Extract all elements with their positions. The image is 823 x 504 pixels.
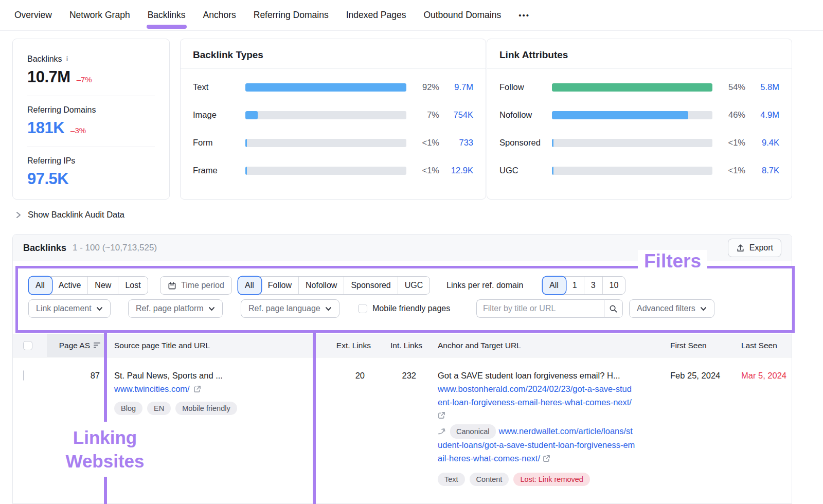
bar-value-link[interactable]: 12.9K xyxy=(439,166,473,175)
more-tabs-icon[interactable]: ••• xyxy=(518,11,530,20)
bar-value-link[interactable]: 5.8M xyxy=(745,82,779,92)
referring-domains-stat-value[interactable]: 181K xyxy=(27,119,64,137)
chevron-right-icon xyxy=(15,211,22,219)
target-url-link[interactable]: www.bostonherald.com/2024/02/23/got-a-sa… xyxy=(438,384,632,407)
page-as-cell: 87 xyxy=(47,357,106,381)
bar-value-link[interactable]: 733 xyxy=(439,138,473,148)
ref-page-platform-dropdown[interactable]: Ref. page platform xyxy=(128,299,223,318)
bar-label: Text xyxy=(193,82,245,92)
backlinks-stat-label: Backlinks xyxy=(27,55,62,64)
tab-referring-domains[interactable]: Referring Domains xyxy=(254,10,329,21)
anchor-target-cell: Got a SAVE student loan forgiveness emai… xyxy=(422,357,649,486)
status-filter-all[interactable]: All xyxy=(29,277,52,294)
search-icon xyxy=(609,304,618,313)
advanced-filters-dropdown[interactable]: Advanced filters xyxy=(629,299,714,318)
show-backlink-audit-data-expander[interactable]: Show Backlink Audit Data xyxy=(15,210,124,220)
bar-percent: <1% xyxy=(712,138,745,148)
bar-value-link[interactable]: 9.7M xyxy=(439,82,473,92)
bar-percent: <1% xyxy=(406,166,439,175)
table-row: 87 St. Paul News, Sports and ... www.twi… xyxy=(13,357,792,504)
backlinks-stat-value: 10.7M xyxy=(27,68,70,86)
ext-links-cell: 20 xyxy=(315,357,371,381)
ref-page-language-dropdown[interactable]: Ref. page language xyxy=(241,299,339,318)
mobile-friendly-checkbox[interactable] xyxy=(358,304,367,313)
links-per-domain-segmented: All 1 3 10 xyxy=(542,276,625,295)
bar-row-text: Text 92% 9.7M xyxy=(193,82,473,92)
bar-value-link[interactable]: 8.7K xyxy=(745,166,779,175)
export-label: Export xyxy=(749,243,773,253)
column-label: Anchor and Target URL xyxy=(438,341,521,350)
bar-label: Frame xyxy=(193,166,245,175)
column-header-anchor[interactable]: Anchor and Target URL xyxy=(422,334,649,357)
link-placement-dropdown[interactable]: Link placement xyxy=(28,299,111,318)
status-filter-active[interactable]: Active xyxy=(52,277,88,294)
audit-expander-label: Show Backlink Audit Data xyxy=(28,210,124,220)
bar-value-link[interactable]: 754K xyxy=(439,110,473,120)
source-tag: Mobile friendly xyxy=(175,402,237,415)
bar-row-follow: Follow 54% 5.8M xyxy=(499,82,779,92)
tab-network-graph[interactable]: Network Graph xyxy=(69,10,130,21)
select-all-cell xyxy=(13,334,47,357)
follow-filter-follow[interactable]: Follow xyxy=(261,277,299,294)
source-page-url-link[interactable]: www.twincities.com/ xyxy=(114,384,190,394)
chevron-down-icon xyxy=(325,307,332,311)
follow-filter-all[interactable]: All xyxy=(238,277,261,294)
source-page-title: St. Paul News, Sports and ... xyxy=(114,371,308,381)
select-all-checkbox[interactable] xyxy=(23,341,32,350)
link-tag: Text xyxy=(438,473,465,486)
column-header-last-seen[interactable]: Last Seen xyxy=(721,334,792,357)
bar-row-sponsored: Sponsored <1% 9.4K xyxy=(499,138,779,148)
external-link-icon[interactable] xyxy=(193,385,201,393)
links-per-domain-all[interactable]: All xyxy=(543,277,566,294)
status-filter-lost[interactable]: Lost xyxy=(118,277,147,294)
referring-domains-stat-change: –3% xyxy=(70,126,86,135)
status-filter-segmented: All Active New Lost xyxy=(28,276,148,295)
summary-stats-card: Backlinks i 10.7M –7% Referring Domains … xyxy=(12,39,170,200)
search-button[interactable] xyxy=(604,299,623,318)
follow-filter-ugc[interactable]: UGC xyxy=(398,277,430,294)
column-header-source[interactable]: Source page Title and URL xyxy=(106,334,315,357)
tab-overview[interactable]: Overview xyxy=(14,10,52,21)
ref-page-language-label: Ref. page language xyxy=(248,304,320,313)
bar-label: Sponsored xyxy=(499,138,552,148)
follow-filter-nofollow[interactable]: Nofollow xyxy=(299,277,344,294)
column-header-ext-links[interactable]: Ext. Links xyxy=(315,334,371,357)
bar-track xyxy=(552,83,712,92)
bar-value-link[interactable]: 9.4K xyxy=(745,138,779,148)
row-checkbox[interactable] xyxy=(23,370,24,381)
links-per-domain-1[interactable]: 1 xyxy=(566,277,584,294)
column-header-first-seen[interactable]: First Seen xyxy=(649,334,721,357)
status-filter-new[interactable]: New xyxy=(88,277,118,294)
export-button[interactable]: Export xyxy=(728,239,781,257)
follow-filter-sponsored[interactable]: Sponsored xyxy=(344,277,398,294)
title-url-filter-input[interactable] xyxy=(476,299,604,318)
bar-row-nofollow: Nofollow 46% 4.9M xyxy=(499,110,779,120)
links-per-domain-3[interactable]: 3 xyxy=(584,277,603,294)
chevron-down-icon xyxy=(700,307,707,311)
bar-fill xyxy=(552,167,553,175)
column-header-page-as[interactable]: Page AS xyxy=(47,334,106,357)
bar-track xyxy=(245,167,406,175)
tab-outbound-domains[interactable]: Outbound Domains xyxy=(423,10,501,21)
referring-ips-stat-label: Referring IPs xyxy=(27,156,75,166)
tab-backlinks[interactable]: Backlinks xyxy=(148,10,186,21)
tab-indexed-pages[interactable]: Indexed Pages xyxy=(346,10,406,21)
bar-value-link[interactable]: 4.9M xyxy=(745,110,779,120)
time-period-button[interactable]: Time period xyxy=(160,276,232,295)
backlink-types-panel: Backlink Types Text 92% 9.7M Image 7% 75… xyxy=(180,39,486,200)
calendar-icon xyxy=(168,281,176,290)
column-label: Source page Title and URL xyxy=(114,341,210,350)
link-placement-label: Link placement xyxy=(36,304,92,313)
tab-anchors[interactable]: Anchors xyxy=(203,10,236,21)
table-section-header: Backlinks 1 - 100 (~10,713,525) Export xyxy=(13,235,792,261)
external-link-icon[interactable] xyxy=(438,411,445,419)
links-per-domain-10[interactable]: 10 xyxy=(603,277,625,294)
int-links-cell: 232 xyxy=(371,357,422,381)
backlink-types-title: Backlink Types xyxy=(181,39,486,69)
bar-fill xyxy=(245,139,247,147)
external-link-icon[interactable] xyxy=(543,455,550,462)
info-icon[interactable]: i xyxy=(66,55,68,63)
chevron-down-icon xyxy=(208,307,215,311)
referring-ips-stat-value[interactable]: 97.5K xyxy=(27,170,68,188)
column-header-int-links[interactable]: Int. Links xyxy=(371,334,422,357)
